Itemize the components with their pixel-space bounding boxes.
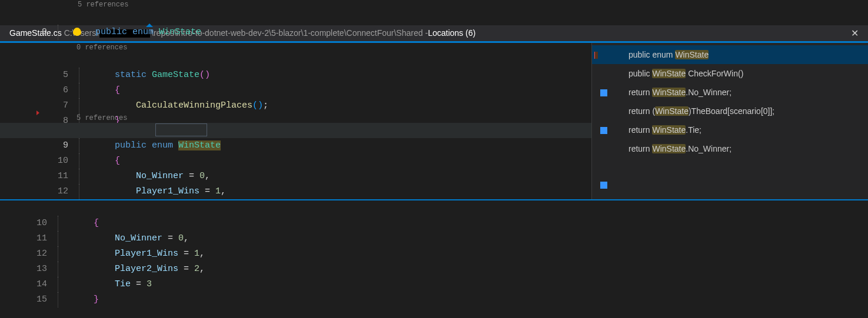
code-line-selected[interactable]: 9 public enum WinState xyxy=(0,123,591,138)
code-line[interactable]: 5 static GameState() xyxy=(0,52,591,68)
peek-locations-list[interactable]: public enum WinState public WinState Che… xyxy=(591,43,868,199)
peek-view: GameState.cs C:\Users\\repos\intro-to-do… xyxy=(0,25,868,200)
lightbulb-icon[interactable] xyxy=(73,28,81,36)
fold-column xyxy=(58,25,62,40)
code-line[interactable]: 11 No_Winner = 0, xyxy=(0,216,868,231)
location-item[interactable]: return (WinState)TheBoard[scenario[0]]; xyxy=(592,102,868,120)
location-item[interactable]: public WinState CheckForWin() xyxy=(592,64,868,83)
code-line[interactable]: 12 Player1_Wins = 1, xyxy=(0,231,868,246)
peek-locations-label: Locations (6) xyxy=(428,25,475,42)
code-line[interactable]: 15 } xyxy=(0,277,868,292)
loc-text: public enum WinState xyxy=(628,50,709,59)
fold-column xyxy=(58,292,62,307)
code-line[interactable]: 10 { xyxy=(0,138,591,153)
code-line[interactable]: 13 Player2_Wins = 2, xyxy=(0,246,868,262)
keyword-enum: enum xyxy=(132,27,154,37)
peek-code-pane[interactable]: 0 references 5 static GameState() 6 { 7 … xyxy=(0,43,591,199)
line-number: 9 xyxy=(21,25,58,40)
code-line[interactable]: 7 CalculateWinningPlaces(); xyxy=(0,83,591,98)
loc-text: return (WinState)TheBoard[scenario[0]]; xyxy=(628,106,774,116)
codelens-top[interactable]: 5 references xyxy=(0,0,868,9)
marker-icon xyxy=(600,89,607,96)
marker-icon xyxy=(600,127,607,134)
code-line[interactable]: 8 } xyxy=(0,98,591,113)
peek-caret-icon xyxy=(146,24,153,27)
code-line[interactable]: 14 Tie = 3 xyxy=(0,262,868,277)
line-number: 15 xyxy=(21,292,58,307)
codelens-1[interactable]: 0 references xyxy=(0,43,591,52)
marker-icon xyxy=(594,52,598,59)
marker-icon xyxy=(600,182,607,189)
code-line-9-top[interactable]: 9 public enum WinState xyxy=(0,9,868,25)
brace: } xyxy=(94,294,99,304)
code-line[interactable]: 6 { xyxy=(0,68,591,83)
code-line[interactable]: 11 No_Winner = 0, xyxy=(0,153,591,169)
main-editor-top[interactable]: 5 references 9 public enum WinState xyxy=(0,0,868,25)
code-line[interactable]: 10 { xyxy=(0,200,868,216)
selection-outline xyxy=(155,123,207,136)
location-item[interactable]: return WinState.Tie; xyxy=(592,120,868,139)
loc-text: public WinState CheckForWin() xyxy=(628,69,743,78)
code-line[interactable]: 12 Player1_Wins = 1, xyxy=(0,169,591,184)
location-item-spacer xyxy=(592,158,868,193)
code-line[interactable]: 13 Player2_Wins = 2, xyxy=(0,184,591,199)
loc-text: return WinState.No_Winner; xyxy=(628,88,731,97)
type-winstate: WinState xyxy=(159,27,201,37)
error-marker-icon xyxy=(36,111,39,115)
location-item[interactable]: return WinState.No_Winner; xyxy=(592,139,868,158)
close-icon[interactable]: ✕ xyxy=(846,25,863,42)
main-editor-bottom[interactable]: 10 { 11 No_Winner = 0, 12 Player1_Wins =… xyxy=(0,200,868,292)
keyword-public: public xyxy=(95,27,127,37)
location-item[interactable]: return WinState.No_Winner; xyxy=(592,83,868,102)
location-item[interactable]: public enum WinState xyxy=(592,45,868,64)
peek-body: 0 references 5 static GameState() 6 { 7 … xyxy=(0,42,868,199)
loc-text: return WinState.Tie; xyxy=(628,125,701,135)
loc-text: return WinState.No_Winner; xyxy=(628,144,731,153)
